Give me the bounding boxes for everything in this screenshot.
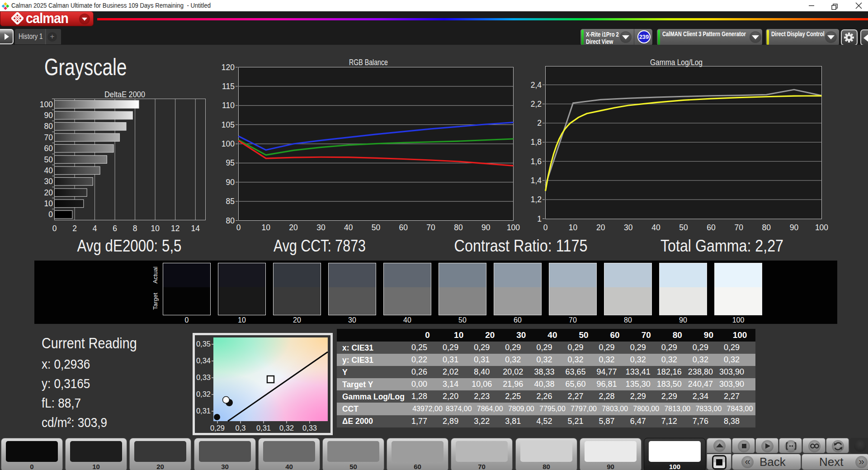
svg-text:90: 90: [44, 111, 53, 120]
svg-text:0,34: 0,34: [196, 356, 211, 365]
svg-text:0,3: 0,3: [236, 424, 246, 432]
svg-text:8: 8: [133, 224, 137, 233]
svg-text:0,33: 0,33: [196, 373, 211, 381]
svg-text:0,32: 0,32: [196, 390, 211, 398]
svg-text:40: 40: [344, 223, 353, 232]
svg-text:1,2: 1,2: [531, 195, 542, 204]
svg-text:10: 10: [44, 199, 53, 208]
svg-text:14: 14: [191, 224, 200, 233]
svg-text:70: 70: [426, 223, 435, 232]
svg-text:80: 80: [454, 223, 463, 232]
svg-text:2: 2: [537, 119, 542, 128]
svg-text:0,31: 0,31: [196, 407, 211, 415]
svg-text:60: 60: [707, 223, 716, 232]
svg-text:85: 85: [226, 197, 235, 206]
svg-text:Avg CCT: 7873: Avg CCT: 7873: [274, 237, 366, 255]
svg-text:90: 90: [481, 223, 491, 232]
svg-text:100: 100: [40, 100, 53, 109]
svg-text:0: 0: [543, 223, 548, 232]
svg-text:DeltaE 2000: DeltaE 2000: [104, 90, 145, 99]
svg-text:Avg dE2000: 5,5: Avg dE2000: 5,5: [77, 237, 182, 255]
svg-text:50: 50: [44, 155, 53, 164]
svg-text:Gamma Log/Log: Gamma Log/Log: [650, 58, 703, 67]
svg-text:10: 10: [262, 223, 271, 232]
svg-text:60: 60: [44, 144, 53, 153]
svg-text:70: 70: [734, 223, 743, 232]
svg-text:0,32: 0,32: [279, 424, 294, 432]
svg-text:30: 30: [316, 223, 326, 232]
svg-text:Contrast Ratio: 1175: Contrast Ratio: 1175: [454, 237, 588, 255]
svg-text:4: 4: [93, 224, 97, 233]
svg-text:110: 110: [222, 101, 235, 110]
svg-text:40: 40: [651, 223, 660, 232]
svg-text:Actual: Actual: [152, 266, 159, 284]
svg-text:0: 0: [48, 210, 53, 219]
svg-text:30: 30: [44, 177, 53, 186]
svg-text:RGB Balance: RGB Balance: [349, 58, 388, 67]
svg-text:0,29: 0,29: [210, 424, 225, 432]
svg-text:90: 90: [790, 223, 799, 232]
svg-text:120: 120: [222, 63, 235, 72]
svg-text:20: 20: [44, 188, 53, 197]
svg-text:2: 2: [72, 224, 77, 233]
svg-text:100: 100: [507, 223, 520, 232]
svg-text:Target: Target: [152, 293, 159, 310]
svg-text:80: 80: [762, 223, 771, 232]
svg-text:100: 100: [815, 223, 828, 232]
svg-text:10: 10: [151, 224, 160, 233]
svg-text:20: 20: [289, 223, 298, 232]
svg-text:1: 1: [537, 214, 542, 223]
svg-text:2,2: 2,2: [531, 100, 542, 109]
svg-text:6: 6: [113, 224, 117, 233]
svg-text:10: 10: [569, 223, 578, 232]
svg-text:1,4: 1,4: [531, 176, 542, 185]
svg-text:100: 100: [222, 139, 235, 148]
svg-text:50: 50: [372, 223, 381, 232]
svg-text:40: 40: [44, 166, 53, 175]
svg-text:60: 60: [399, 223, 408, 232]
svg-text:0: 0: [52, 224, 57, 233]
svg-text:0: 0: [236, 223, 241, 232]
svg-text:80: 80: [44, 122, 53, 131]
svg-text:12: 12: [171, 224, 179, 233]
svg-text:105: 105: [222, 120, 235, 129]
svg-text:2,4: 2,4: [531, 81, 542, 90]
svg-text:0,33: 0,33: [302, 424, 317, 432]
svg-text:95: 95: [226, 158, 235, 167]
svg-text:Total Gamma: 2,27: Total Gamma: 2,27: [660, 237, 783, 255]
svg-text:1,6: 1,6: [531, 157, 542, 166]
svg-text:1,8: 1,8: [531, 138, 542, 147]
svg-text:90: 90: [226, 178, 235, 187]
svg-text:80: 80: [226, 216, 235, 225]
svg-text:0,31: 0,31: [256, 424, 271, 432]
svg-text:70: 70: [44, 133, 53, 142]
svg-text:20: 20: [596, 223, 605, 232]
svg-text:115: 115: [222, 82, 235, 91]
svg-text:0,35: 0,35: [196, 340, 211, 348]
svg-text:30: 30: [624, 223, 633, 232]
svg-text:50: 50: [679, 223, 688, 232]
